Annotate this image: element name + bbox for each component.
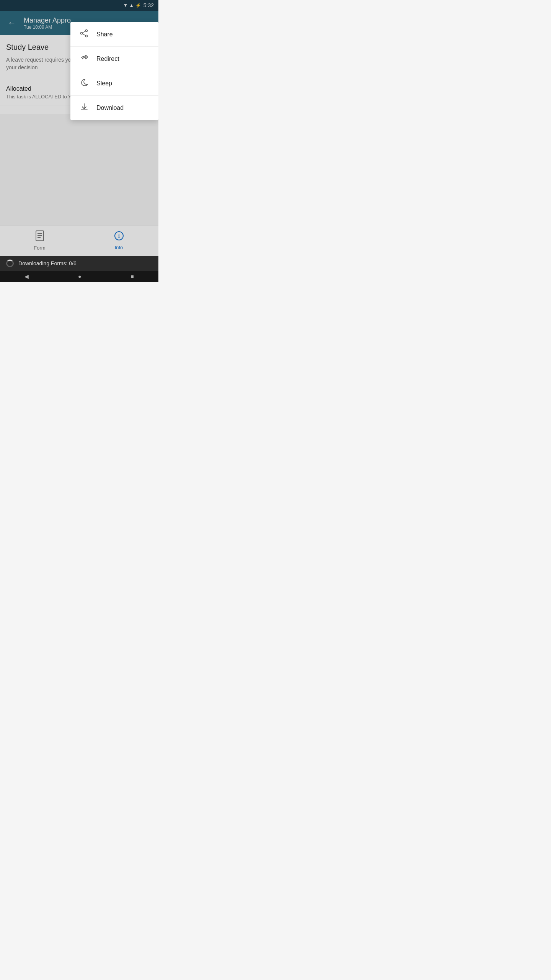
dropdown-menu: Share Redirect Sleep Download (70, 22, 158, 120)
svg-line-9 (82, 31, 86, 33)
sleep-icon (80, 78, 89, 88)
svg-point-6 (86, 30, 88, 32)
menu-label-sleep: Sleep (96, 80, 112, 87)
download-icon (80, 103, 89, 113)
menu-label-redirect: Redirect (96, 56, 119, 62)
menu-label-download: Download (96, 105, 124, 111)
menu-item-share[interactable]: Share (70, 22, 158, 47)
menu-item-download[interactable]: Download (70, 96, 158, 120)
menu-item-redirect[interactable]: Redirect (70, 47, 158, 71)
svg-line-10 (82, 34, 86, 36)
menu-label-share: Share (96, 31, 113, 38)
svg-point-8 (81, 33, 83, 34)
share-icon (80, 29, 89, 39)
svg-point-7 (86, 35, 88, 37)
menu-item-sleep[interactable]: Sleep (70, 71, 158, 96)
redirect-icon (80, 54, 89, 64)
